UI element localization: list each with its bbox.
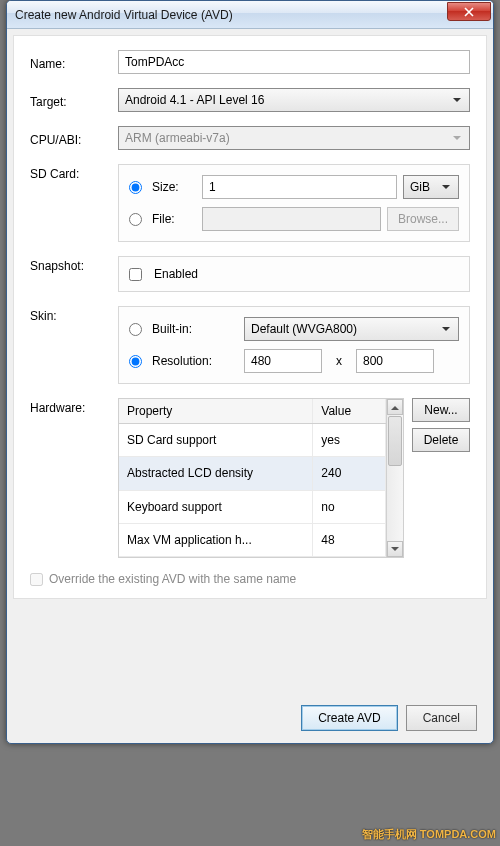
hardware-label: Hardware:: [30, 398, 118, 415]
hardware-value-cell[interactable]: no: [313, 490, 386, 523]
sdcard-browse-button: Browse...: [387, 207, 459, 231]
close-icon: [464, 7, 474, 17]
override-checkbox: [30, 573, 43, 586]
hardware-col-property[interactable]: Property: [119, 399, 313, 424]
watermark: 智能手机网 TOMPDA.COM: [362, 827, 496, 842]
hardware-group: Property Value SD Card supportyesAbstrac…: [118, 398, 470, 558]
scroll-track[interactable]: [387, 467, 403, 541]
dialog-footer: Create AVD Cancel: [7, 695, 493, 743]
hardware-value-cell[interactable]: 240: [313, 457, 386, 490]
skin-resolution-radio[interactable]: [129, 355, 142, 368]
table-row[interactable]: Keyboard supportno: [119, 490, 386, 523]
name-input[interactable]: [118, 50, 470, 74]
hardware-value-cell[interactable]: yes: [313, 424, 386, 457]
close-button[interactable]: [447, 2, 491, 21]
table-row[interactable]: Max VM application h...48: [119, 523, 386, 556]
sdcard-unit-value: GiB: [410, 180, 430, 194]
skin-builtin-combo[interactable]: Default (WVGA800): [244, 317, 459, 341]
scroll-thumb[interactable]: [388, 416, 402, 466]
target-combo-value: Android 4.1 - API Level 16: [125, 93, 264, 107]
override-label: Override the existing AVD with the same …: [49, 572, 296, 586]
sdcard-size-label: Size:: [152, 180, 196, 194]
cpuabi-label: CPU/ABI:: [30, 130, 118, 147]
table-row[interactable]: Abstracted LCD density240: [119, 457, 386, 490]
name-label: Name:: [30, 54, 118, 71]
sdcard-unit-combo[interactable]: GiB: [403, 175, 459, 199]
hardware-property-cell[interactable]: Max VM application h...: [119, 523, 313, 556]
table-row[interactable]: SD Card supportyes: [119, 424, 386, 457]
chevron-down-icon: [438, 323, 454, 335]
skin-builtin-value: Default (WVGA800): [251, 322, 357, 336]
window-title: Create new Android Virtual Device (AVD): [15, 8, 447, 22]
cancel-button[interactable]: Cancel: [406, 705, 477, 731]
hardware-col-value[interactable]: Value: [313, 399, 386, 424]
snapshot-label: Snapshot:: [30, 256, 118, 273]
hardware-property-cell[interactable]: Keyboard support: [119, 490, 313, 523]
cpuabi-combo-value: ARM (armeabi-v7a): [125, 131, 230, 145]
create-avd-button[interactable]: Create AVD: [301, 705, 397, 731]
skin-builtin-label: Built-in:: [152, 322, 238, 336]
skin-label: Skin:: [30, 306, 118, 323]
skin-group: Built-in: Default (WVGA800) Resolution: …: [118, 306, 470, 384]
resolution-separator: x: [336, 354, 342, 368]
hardware-property-cell[interactable]: SD Card support: [119, 424, 313, 457]
avd-dialog: Create new Android Virtual Device (AVD) …: [6, 0, 494, 744]
scroll-down-icon[interactable]: [387, 541, 403, 557]
chevron-down-icon: [438, 181, 454, 193]
hardware-property-cell[interactable]: Abstracted LCD density: [119, 457, 313, 490]
sdcard-file-input: [202, 207, 381, 231]
dialog-content: Name: Target: Android 4.1 - API Level 16…: [13, 35, 487, 599]
cpuabi-combo: ARM (armeabi-v7a): [118, 126, 470, 150]
skin-resolution-label: Resolution:: [152, 354, 238, 368]
chevron-down-icon: [449, 132, 465, 144]
sdcard-file-label: File:: [152, 212, 196, 226]
snapshot-enabled-checkbox[interactable]: [129, 268, 142, 281]
titlebar[interactable]: Create new Android Virtual Device (AVD): [7, 1, 493, 29]
skin-builtin-radio[interactable]: [129, 323, 142, 336]
skin-res-height-input[interactable]: [356, 349, 434, 373]
hardware-table-wrap: Property Value SD Card supportyesAbstrac…: [118, 398, 404, 558]
hardware-value-cell[interactable]: 48: [313, 523, 386, 556]
snapshot-enabled-label: Enabled: [154, 267, 198, 281]
sdcard-size-radio[interactable]: [129, 181, 142, 194]
sdcard-size-input[interactable]: [202, 175, 397, 199]
hardware-scrollbar[interactable]: [386, 399, 403, 557]
sdcard-file-radio[interactable]: [129, 213, 142, 226]
hardware-delete-button[interactable]: Delete: [412, 428, 470, 452]
scroll-up-icon[interactable]: [387, 399, 403, 415]
skin-res-width-input[interactable]: [244, 349, 322, 373]
chevron-down-icon: [449, 94, 465, 106]
sdcard-group: Size: GiB File: Browse...: [118, 164, 470, 242]
target-combo[interactable]: Android 4.1 - API Level 16: [118, 88, 470, 112]
hardware-new-button[interactable]: New...: [412, 398, 470, 422]
target-label: Target:: [30, 92, 118, 109]
sdcard-label: SD Card:: [30, 164, 118, 181]
hardware-table[interactable]: Property Value SD Card supportyesAbstrac…: [119, 399, 386, 557]
snapshot-group: Enabled: [118, 256, 470, 292]
